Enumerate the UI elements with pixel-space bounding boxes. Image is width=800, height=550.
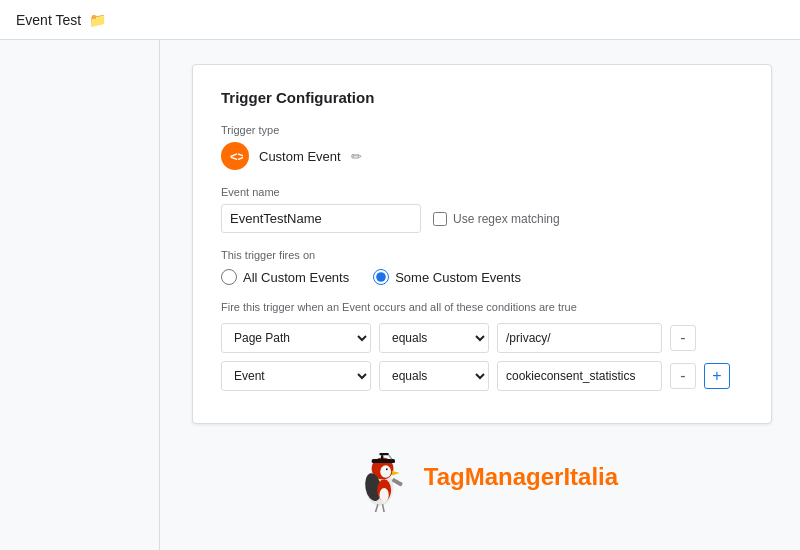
- main-layout: Trigger Configuration Trigger type <> Cu…: [0, 40, 800, 550]
- condition-2-remove-button[interactable]: -: [670, 363, 696, 389]
- svg-point-13: [379, 488, 388, 502]
- event-name-label: Event name: [221, 186, 743, 198]
- page-title: Event Test: [16, 12, 81, 28]
- regex-label-text: Use regex matching: [453, 212, 560, 226]
- condition-1-remove-button[interactable]: -: [670, 325, 696, 351]
- svg-marker-10: [392, 471, 400, 476]
- radio-some[interactable]: [373, 269, 389, 285]
- svg-point-9: [386, 468, 388, 470]
- regex-checkbox-label[interactable]: Use regex matching: [433, 212, 560, 226]
- trigger-type-name: Custom Event: [259, 149, 341, 164]
- condition-1-value[interactable]: [497, 323, 662, 353]
- condition-2-value[interactable]: [497, 361, 662, 391]
- svg-rect-5: [379, 453, 388, 455]
- logo-area: TagManagerItalia: [192, 442, 772, 512]
- folder-icon: 📁: [89, 12, 106, 28]
- radio-all-text: All Custom Events: [243, 270, 349, 285]
- card-title: Trigger Configuration: [221, 89, 743, 106]
- conditions-container: Page Path equals - Event equals: [221, 323, 743, 391]
- event-name-row: Use regex matching: [221, 204, 743, 233]
- sidebar: [0, 40, 160, 550]
- condition-2-operator[interactable]: equals: [379, 361, 489, 391]
- fires-on-group: This trigger fires on All Custom Events …: [221, 249, 743, 285]
- event-name-group: Event name Use regex matching: [221, 186, 743, 233]
- edit-icon[interactable]: ✏: [351, 149, 362, 164]
- logo-text-orange: Italia: [563, 463, 618, 490]
- radio-all[interactable]: [221, 269, 237, 285]
- radio-some-text: Some Custom Events: [395, 270, 521, 285]
- radio-group: All Custom Events Some Custom Events: [221, 269, 743, 285]
- event-name-input[interactable]: [221, 204, 421, 233]
- trigger-type-label: Trigger type: [221, 124, 743, 136]
- condition-1-dimension[interactable]: Page Path: [221, 323, 371, 353]
- trigger-config-card: Trigger Configuration Trigger type <> Cu…: [192, 64, 772, 424]
- condition-desc: Fire this trigger when an Event occurs a…: [221, 301, 743, 313]
- svg-line-6: [389, 455, 392, 459]
- radio-all-label[interactable]: All Custom Events: [221, 269, 349, 285]
- fires-on-label: This trigger fires on: [221, 249, 743, 261]
- logo-text: TagManagerItalia: [424, 463, 618, 491]
- logo-text-black: TagManager: [424, 463, 564, 490]
- svg-text:<>: <>: [230, 149, 243, 164]
- trigger-type-group: Trigger type <> Custom Event ✏: [221, 124, 743, 170]
- svg-line-15: [382, 504, 384, 512]
- condition-2-dimension[interactable]: Event: [221, 361, 371, 391]
- content-area: Trigger Configuration Trigger type <> Cu…: [160, 40, 800, 550]
- logo-container: TagManagerItalia: [346, 442, 618, 512]
- logo-bird-icon: [346, 442, 416, 512]
- trigger-type-icon: <>: [221, 142, 249, 170]
- radio-some-label[interactable]: Some Custom Events: [373, 269, 521, 285]
- condition-row-2: Event equals - +: [221, 361, 743, 391]
- top-bar: Event Test 📁: [0, 0, 800, 40]
- trigger-type-row: <> Custom Event ✏: [221, 142, 743, 170]
- regex-checkbox[interactable]: [433, 212, 447, 226]
- condition-add-button[interactable]: +: [704, 363, 730, 389]
- svg-rect-4: [381, 455, 383, 460]
- condition-row-1: Page Path equals -: [221, 323, 743, 353]
- condition-1-operator[interactable]: equals: [379, 323, 489, 353]
- svg-point-7: [380, 465, 391, 477]
